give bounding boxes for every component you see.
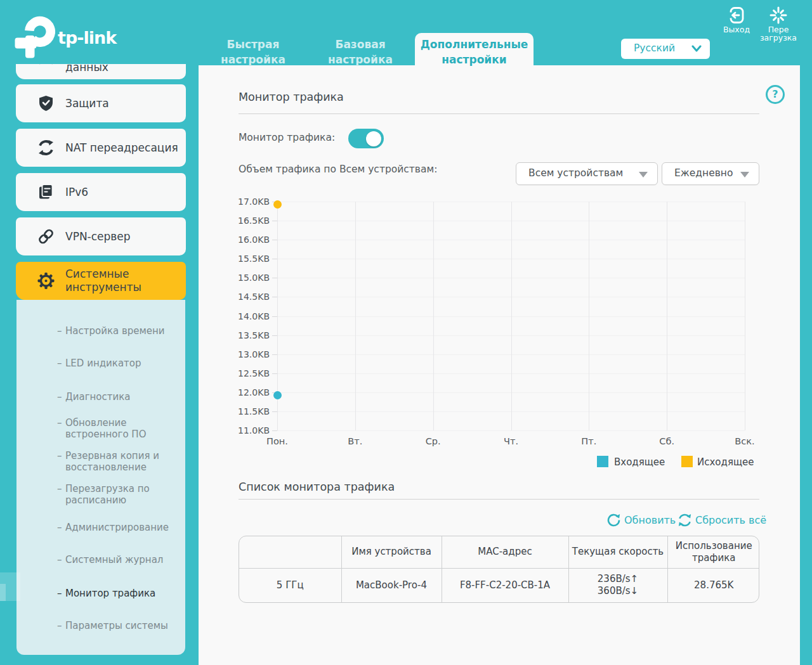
- chart-x-label: Чт.: [483, 436, 540, 446]
- chart-point-incoming: [273, 391, 282, 399]
- sidebar-item[interactable]: Системные инструменты: [16, 262, 186, 300]
- sidebar-item[interactable]: NAT переадресация: [16, 129, 186, 167]
- sidebar-item-label: NAT переадресация: [65, 141, 178, 155]
- chart-tick: [272, 297, 277, 297]
- table-header-cell: MAC-адрес: [442, 536, 568, 568]
- submenu-item-label: Настройка времени: [65, 325, 178, 337]
- period-select[interactable]: Ежедневно: [662, 162, 759, 185]
- submenu-item-label: Резервная копия и восстановление: [65, 450, 178, 473]
- logout-icon: [714, 6, 759, 24]
- submenu-item-dash: –: [57, 325, 62, 337]
- chart-gridline-v: [745, 202, 745, 430]
- sidebar-item[interactable]: VPN-сервер: [16, 217, 186, 255]
- chart-tick: [272, 240, 277, 240]
- table-header-cell: Использование трафика: [667, 536, 759, 568]
- traffic-volume-label: Объем трафика по Всем устройствам:: [239, 164, 437, 175]
- chart-y-label: 15.0KB: [218, 272, 270, 283]
- reset-all-label: Сбросить всё: [695, 514, 766, 526]
- submenu-item-dash: –: [57, 391, 62, 403]
- legend-label: Исходящее: [697, 456, 754, 468]
- table-cell: 28.765K: [667, 568, 759, 602]
- legend-swatch: [681, 456, 693, 467]
- traffic-monitor-toggle-label: Монитор трафика:: [239, 132, 335, 143]
- chart-tick: [272, 335, 277, 336]
- logout-label: Выход: [714, 25, 759, 34]
- chart-y-label: 16.0KB: [218, 234, 270, 245]
- sidebar-item[interactable]: данных: [16, 64, 186, 79]
- tab-quick-setup[interactable]: Быстрая настройка: [193, 33, 313, 65]
- vpn-link-icon: [37, 228, 55, 245]
- tab-advanced-setup[interactable]: Дополнительные настройки: [415, 33, 534, 65]
- chart-y-label: 12.0KB: [218, 387, 270, 398]
- chart-tick: [272, 259, 277, 259]
- table-cell: MacBook-Pro-4: [341, 568, 442, 602]
- chart-tick: [272, 373, 277, 374]
- tab-basic-setup[interactable]: Базовая настройка: [300, 33, 421, 65]
- chart-y-label: 12.5KB: [218, 368, 270, 379]
- traffic-monitor-toggle[interactable]: [348, 129, 384, 148]
- submenu-item-dash: –: [57, 450, 62, 462]
- chart-gridline-v: [433, 202, 434, 430]
- submenu-item-dash: –: [57, 483, 62, 494]
- chart-tick: [272, 278, 277, 278]
- submenu-item-dash: –: [57, 522, 62, 533]
- legend-swatch: [597, 456, 608, 467]
- chart-gridline-v: [667, 202, 667, 430]
- chart-tick: [272, 354, 277, 355]
- chart-x-label: Ср.: [405, 436, 462, 446]
- chart-tick: [272, 430, 277, 431]
- select-arrow-icon: [639, 172, 648, 178]
- tplink-logo-text: tp-link: [58, 28, 116, 48]
- submenu-item-label: LED индикатор: [65, 358, 178, 369]
- reset-icon: [678, 513, 691, 529]
- chart-y-label: 14.0KB: [218, 311, 270, 322]
- render-artifact: [0, 584, 6, 601]
- divider: [239, 499, 759, 500]
- ipv6-icon: [37, 184, 55, 201]
- sidebar-item[interactable]: IPv6: [16, 173, 186, 211]
- language-select[interactable]: Русский: [621, 39, 710, 59]
- submenu-item-label: Параметры системы: [65, 620, 178, 631]
- chart-gridline-v: [511, 202, 512, 430]
- table-header-cell: Текущая скорость: [568, 536, 667, 568]
- period-select-value: Ежедневно: [674, 167, 733, 179]
- reboot-icon: [756, 6, 801, 24]
- chart-x-label: Вск.: [716, 436, 773, 446]
- traffic-list-heading: Список монитора трафика: [239, 481, 395, 493]
- submenu-item-label: Системный журнал: [65, 554, 178, 565]
- refresh-icon: [607, 513, 620, 529]
- nat-icon: [37, 139, 55, 157]
- submenu-item-label: Монитор трафика: [65, 588, 178, 599]
- sidebar-item-label: Системные инструменты: [65, 268, 141, 294]
- submenu-item-label: Обновление встроенного ПО: [65, 417, 178, 440]
- traffic-table-grid: Имя устройстваMAC-адресТекущая скоростьИ…: [239, 536, 759, 602]
- sidebar-item-label: IPv6: [65, 186, 88, 199]
- table-cell: F8-FF-C2-20-CB-1A: [442, 568, 568, 602]
- main-content: Монитор трафика ? Монитор трафика: Объем…: [199, 65, 800, 665]
- page-title: Монитор трафика: [239, 91, 344, 103]
- reboot-label: Пере загрузка: [756, 25, 801, 42]
- system-tools-submenu: –Настройка времени–LED индикатор–Диагнос…: [16, 300, 185, 655]
- help-button[interactable]: ?: [766, 85, 785, 104]
- sidebar-item-label: данных: [65, 64, 108, 74]
- sidebar-item[interactable]: Защита: [16, 84, 186, 122]
- legend-label: Входящее: [614, 456, 665, 468]
- chart-y-label: 11.5KB: [218, 406, 270, 417]
- chart-x-label: Сб.: [638, 436, 695, 446]
- chart-y-label: 16.5KB: [218, 215, 270, 226]
- chart-y-label: 14.5KB: [218, 291, 270, 302]
- submenu-item-dash: –: [57, 620, 62, 631]
- table-header-cell: Имя устройства: [341, 536, 442, 568]
- chart-gridline-v: [589, 202, 589, 430]
- chart-point-outgoing: [273, 200, 282, 209]
- chart-y-label: 11.0KB: [218, 425, 270, 436]
- sidebar: данныхЗащитаNAT переадресацияIPv6VPN-сер…: [0, 64, 199, 665]
- reboot-button[interactable]: Пере загрузка: [756, 6, 801, 42]
- chart-x-label: Пон.: [249, 436, 306, 446]
- chart-y-label: 17.0KB: [218, 196, 270, 207]
- chart-y-label: 15.5KB: [218, 253, 270, 264]
- gear-icon: [37, 273, 55, 290]
- logout-button[interactable]: Выход: [714, 6, 759, 34]
- device-select[interactable]: Всем устройствам: [516, 162, 658, 185]
- sidebar-item-label: Защита: [65, 97, 109, 110]
